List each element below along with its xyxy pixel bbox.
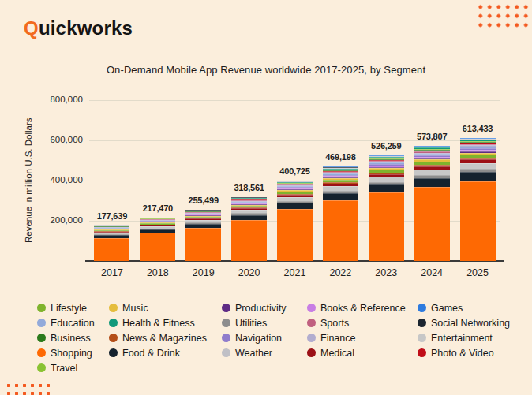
legend-dot-photo-video xyxy=(418,348,426,357)
bar-segment-food-drink xyxy=(460,172,496,181)
legend-item-navigation: Navigation xyxy=(222,333,307,344)
bar-segment-entertainment xyxy=(414,170,450,175)
bar-2020 xyxy=(231,197,267,261)
legend-item-utilities: Utilities xyxy=(222,318,307,329)
bar-total-label-2020: 318,561 xyxy=(227,183,272,192)
bar-segment-shopping xyxy=(369,192,404,261)
legend-item-food-drink: Food & Drink xyxy=(109,348,222,359)
bar-segment-shopping xyxy=(277,209,313,261)
x-tick-label-2022: 2022 xyxy=(317,267,363,278)
legend: LifestyleMusicProductivityBooks & Refere… xyxy=(37,300,526,375)
legend-label: Sports xyxy=(320,318,349,329)
legend-dot-education xyxy=(37,319,46,327)
legend-label: Navigation xyxy=(235,333,282,344)
dots-pattern-bottom-left xyxy=(5,382,52,395)
legend-dot-medical xyxy=(307,348,316,357)
legend-dot-navigation xyxy=(222,334,230,342)
bar-segment-food-drink xyxy=(414,178,450,187)
bar-segment-shopping xyxy=(140,233,175,261)
bar-slot-2021: 400,7252021 xyxy=(272,100,318,261)
legend-item-medical: Medical xyxy=(307,348,418,359)
bar-slot-2019: 255,4992019 xyxy=(181,100,227,261)
bar-slot-2018: 217,4702018 xyxy=(135,100,181,261)
plot-area: 800,000600,000400,000200,000177,63920172… xyxy=(89,100,500,261)
legend-dot-books-reference xyxy=(307,304,316,312)
x-tick-label-2017: 2017 xyxy=(89,267,135,278)
bar-segment-entertainment xyxy=(460,163,496,169)
legend-label: Productivity xyxy=(235,303,287,314)
bar-2018 xyxy=(140,218,175,261)
y-tick-label: 400,000 xyxy=(23,175,83,184)
legend-dot-business xyxy=(37,334,46,342)
legend-dot-entertainment xyxy=(418,334,426,342)
dots-pattern-top-right xyxy=(476,2,532,28)
legend-dot-productivity xyxy=(222,304,230,312)
bar-2017 xyxy=(94,225,129,261)
legend-label: Utilities xyxy=(235,318,267,329)
x-tick-label-2021: 2021 xyxy=(272,267,318,278)
bar-total-label-2018: 217,470 xyxy=(135,203,181,213)
legend-dot-lifestyle xyxy=(37,304,46,312)
legend-label: Social Networking xyxy=(431,318,510,329)
bar-slot-2022: 469,1982022 xyxy=(317,100,363,261)
legend-label: Medical xyxy=(320,348,354,359)
legend-dot-weather xyxy=(222,348,230,357)
legend-label: Education xyxy=(51,318,95,329)
x-tick-label-2024: 2024 xyxy=(409,267,455,278)
legend-label: Books & Reference xyxy=(320,303,406,314)
legend-label: Food & Drink xyxy=(122,348,180,359)
legend-label: Games xyxy=(431,303,463,314)
logo-text: uickworks xyxy=(39,17,133,39)
bar-segment-food-drink xyxy=(323,193,358,200)
bar-2025 xyxy=(460,138,496,261)
bar-2022 xyxy=(323,166,358,261)
bar-2023 xyxy=(369,155,404,261)
legend-item-travel: Travel xyxy=(37,363,109,374)
x-tick-label-2023: 2023 xyxy=(363,267,409,278)
bar-total-label-2017: 177,639 xyxy=(89,211,135,221)
legend-item-games: Games xyxy=(418,303,526,314)
legend-item-photo-video: Photo & Video xyxy=(418,348,526,359)
bar-total-label-2021: 400,725 xyxy=(272,166,318,176)
bar-2024 xyxy=(414,146,450,261)
x-tick-label-2019: 2019 xyxy=(181,267,227,278)
legend-item-finance: Finance xyxy=(307,333,418,344)
legend-label: Health & Fitness xyxy=(122,318,195,329)
legend-dot-games xyxy=(418,304,426,312)
x-tick-label-2020: 2020 xyxy=(227,267,272,278)
legend-item-productivity: Productivity xyxy=(222,303,307,314)
legend-item-lifestyle: Lifestyle xyxy=(37,303,109,314)
legend-item-shopping: Shopping xyxy=(37,348,109,359)
legend-label: Entertainment xyxy=(431,333,493,344)
legend-dot-shopping xyxy=(37,348,46,357)
bar-slot-2025: 613,4332025 xyxy=(455,100,500,261)
legend-item-sports: Sports xyxy=(307,318,418,329)
bar-segment-shopping xyxy=(94,238,129,261)
legend-dot-food-drink xyxy=(109,348,118,357)
bar-2021 xyxy=(277,181,313,261)
bar-segment-food-drink xyxy=(277,203,313,209)
legend-item-music: Music xyxy=(109,303,222,314)
legend-dot-music xyxy=(109,304,118,312)
legend-dot-sports xyxy=(307,319,316,327)
bar-slot-2023: 526,2592023 xyxy=(363,100,409,261)
legend-item-business: Business xyxy=(37,333,109,344)
bar-segment-shopping xyxy=(414,187,450,261)
bar-slot-2024: 573,8072024 xyxy=(409,100,455,261)
bar-segment-shopping xyxy=(231,220,267,261)
bar-total-label-2023: 526,259 xyxy=(363,141,409,151)
legend-label: Weather xyxy=(235,348,272,359)
legend-label: Lifestyle xyxy=(51,303,87,314)
bar-segment-shopping xyxy=(185,228,221,261)
y-tick-label: 200,000 xyxy=(23,215,83,225)
legend-label: Travel xyxy=(51,363,77,374)
chart-title: On-Demand Mobile App Revenue worldwide 2… xyxy=(0,64,532,76)
legend-dot-travel xyxy=(37,363,46,372)
x-tick-label-2025: 2025 xyxy=(455,267,500,278)
bar-slot-2020: 318,5612020 xyxy=(227,100,272,261)
bar-total-label-2019: 255,499 xyxy=(181,196,227,205)
bar-total-label-2024: 573,807 xyxy=(409,132,455,141)
bar-2019 xyxy=(185,210,221,261)
bar-total-label-2022: 469,198 xyxy=(317,152,363,162)
legend-item-books-reference: Books & Reference xyxy=(307,303,418,314)
